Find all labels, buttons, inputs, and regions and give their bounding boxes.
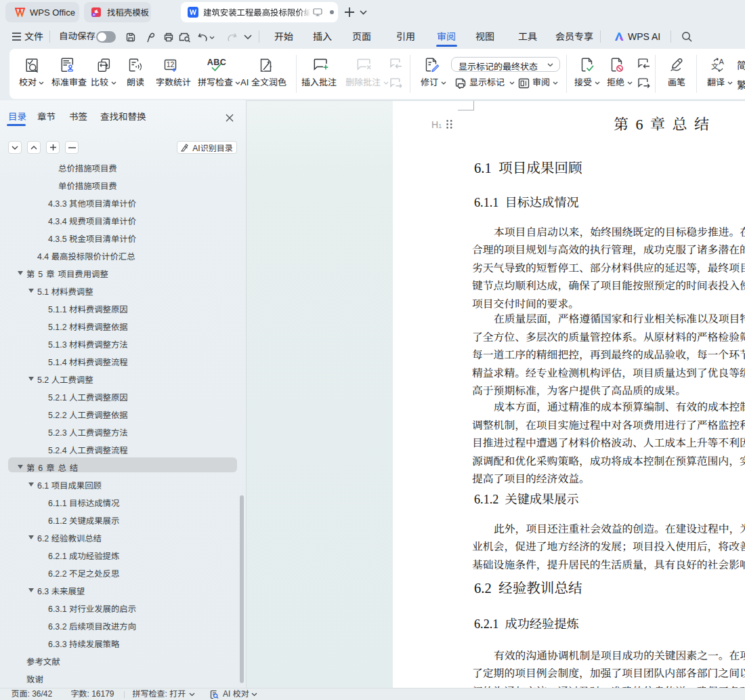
svg-text:12: 12 xyxy=(167,60,175,68)
svg-text:文: 文 xyxy=(711,60,719,71)
svg-text:AI: AI xyxy=(93,13,95,16)
svg-text:ABC: ABC xyxy=(207,58,227,67)
svg-text:A: A xyxy=(719,58,725,66)
